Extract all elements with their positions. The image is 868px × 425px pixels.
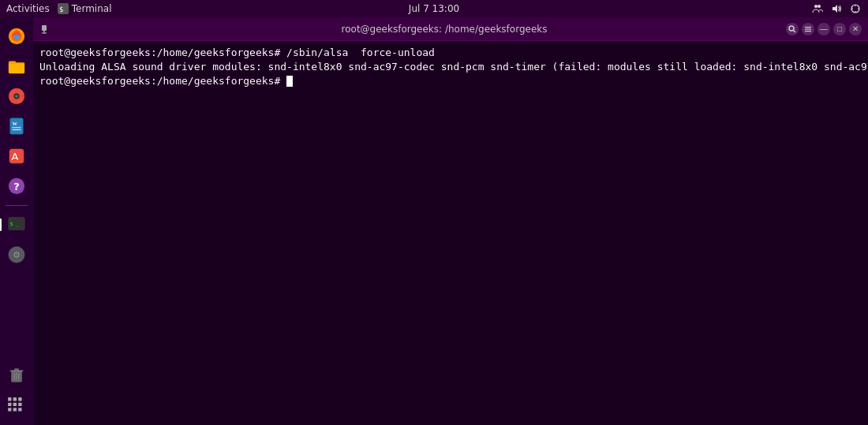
- svg-point-3: [817, 5, 821, 8]
- dock-item-files[interactable]: [2, 52, 31, 80]
- dock-item-software-center[interactable]: A: [2, 142, 31, 170]
- svg-rect-42: [13, 403, 17, 406]
- dock-item-libreoffice[interactable]: W: [2, 112, 31, 140]
- terminal-line-2: Unloading ALSA sound driver modules: snd…: [39, 60, 862, 74]
- svg-rect-45: [13, 408, 17, 411]
- topbar-right: [811, 2, 862, 15]
- terminal-line-1: root@geeksforgeeks:/home/geeksforgeeks# …: [39, 46, 862, 60]
- svg-text:$: $: [59, 6, 63, 13]
- svg-text:W: W: [12, 121, 17, 126]
- power-icon[interactable]: [849, 2, 862, 15]
- close-button[interactable]: ✕: [849, 23, 862, 35]
- svg-rect-39: [13, 397, 17, 401]
- svg-rect-44: [8, 408, 11, 411]
- dock-separator-1: [6, 205, 28, 206]
- svg-point-2: [814, 5, 817, 8]
- terminal-line-3: root@geeksforgeeks:/home/geeksforgeeks#: [39, 74, 862, 88]
- terminal-prompt-2: root@geeksforgeeks:/home/geeksforgeeks#: [39, 75, 286, 87]
- dock-item-show-apps[interactable]: [2, 392, 31, 420]
- svg-rect-38: [8, 397, 11, 401]
- people-icon[interactable]: [811, 2, 824, 15]
- dock-item-rhythmbox[interactable]: [2, 82, 31, 110]
- dock-item-trash[interactable]: [2, 360, 31, 389]
- terminal-output-1: Unloading ALSA sound driver modules: snd…: [39, 61, 868, 73]
- topbar: Activities $ Terminal Jul 7 13:00: [0, 0, 868, 17]
- svg-point-12: [15, 95, 18, 98]
- activities-button[interactable]: Activities: [6, 3, 50, 14]
- dock-item-firefox[interactable]: [2, 22, 31, 50]
- search-button[interactable]: [786, 23, 799, 35]
- terminal-titlebar: root@geeksforgeeks: /home/geeksforgeeks …: [33, 17, 868, 41]
- terminal-body[interactable]: root@geeksforgeeks:/home/geeksforgeeks# …: [33, 41, 868, 425]
- terminal-titlebar-buttons: [39, 24, 103, 34]
- svg-marker-4: [832, 5, 837, 13]
- svg-rect-46: [18, 408, 21, 411]
- topbar-datetime: Jul 7 13:00: [409, 3, 459, 14]
- terminal-cursor: [286, 76, 293, 87]
- dock: W A ? $ _: [0, 17, 33, 425]
- pin-icon: [39, 24, 49, 34]
- svg-rect-34: [14, 369, 19, 371]
- terminal-prompt-1: root@geeksforgeeks:/home/geeksforgeeks# …: [39, 47, 435, 58]
- dock-item-optical[interactable]: [2, 240, 31, 269]
- svg-rect-40: [18, 397, 21, 401]
- svg-line-51: [794, 30, 796, 32]
- volume-icon[interactable]: [830, 2, 843, 15]
- svg-rect-43: [18, 403, 21, 406]
- show-apps-icon: [7, 397, 26, 416]
- svg-text:A: A: [12, 151, 19, 162]
- svg-point-50: [789, 26, 794, 31]
- topbar-left: Activities $ Terminal: [6, 3, 111, 14]
- topbar-terminal-label[interactable]: $ Terminal: [58, 3, 112, 14]
- terminal-title: root@geeksforgeeks: /home/geeksforgeeks: [103, 24, 786, 35]
- maximize-button[interactable]: □: [833, 23, 846, 35]
- dock-item-terminal[interactable]: $ _: [2, 211, 31, 239]
- menu-button[interactable]: [802, 23, 814, 35]
- svg-rect-41: [8, 403, 11, 406]
- terminal-window: root@geeksforgeeks: /home/geeksforgeeks …: [33, 17, 868, 425]
- svg-text:$ _: $ _: [10, 221, 20, 227]
- svg-rect-47: [42, 25, 47, 31]
- terminal-window-controls: — □ ✕: [786, 23, 862, 35]
- svg-point-29: [16, 254, 17, 255]
- minimize-button[interactable]: —: [817, 23, 830, 35]
- dock-item-help[interactable]: ?: [2, 172, 31, 200]
- terminal-small-icon: $: [58, 3, 69, 14]
- svg-rect-9: [9, 62, 24, 73]
- svg-text:?: ?: [13, 181, 20, 192]
